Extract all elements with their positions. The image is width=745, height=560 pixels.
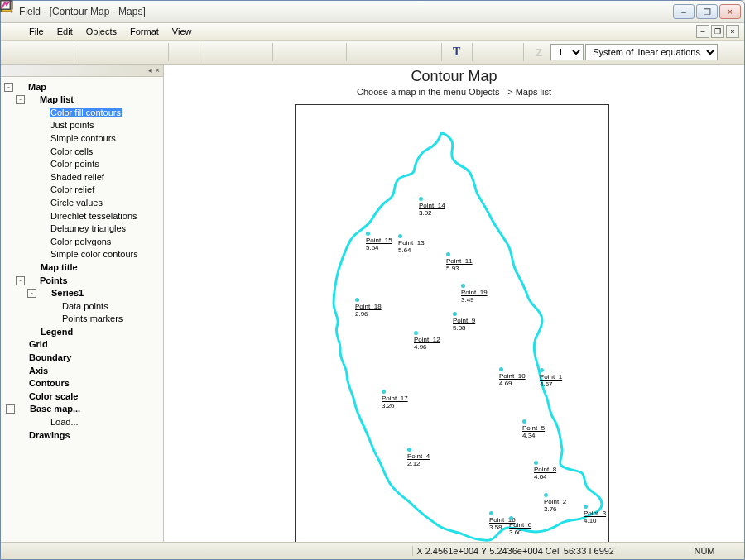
- separator: [523, 43, 524, 61]
- data-point[interactable]: Point_23.76: [544, 492, 566, 513]
- zoom-icon[interactable]: [352, 42, 372, 62]
- tree-item-direchlet[interactable]: Direchlet tesselations: [50, 211, 138, 221]
- data-point[interactable]: Point_143.92: [419, 196, 445, 217]
- tree-item-color-points[interactable]: Color points: [50, 159, 100, 169]
- layer-icon: [37, 121, 48, 131]
- tree-item-color-polygons[interactable]: Color polygons: [50, 237, 112, 246]
- grid-icon[interactable]: [204, 42, 224, 62]
- tree-toggle[interactable]: -: [4, 83, 13, 92]
- data-point[interactable]: Point_193.49: [461, 283, 488, 304]
- boundary-icon[interactable]: [226, 42, 246, 62]
- tree-load[interactable]: Load...: [50, 417, 79, 427]
- tree-drawings[interactable]: Drawings: [28, 430, 71, 440]
- save-icon[interactable]: [79, 42, 99, 62]
- globe-icon[interactable]: [300, 42, 320, 62]
- calculate-icon[interactable]: [719, 42, 739, 62]
- separator: [472, 43, 473, 61]
- layer-icon: [37, 146, 48, 156]
- data-point[interactable]: Point_124.96: [414, 330, 440, 351]
- tree-points[interactable]: Points: [39, 275, 69, 285]
- tree-toggle[interactable]: -: [16, 276, 25, 285]
- maximize-button[interactable]: ❐: [696, 4, 718, 19]
- tree-basemap[interactable]: Base map...: [29, 404, 81, 414]
- menu-format[interactable]: Format: [123, 25, 166, 38]
- pointer-icon[interactable]: [478, 42, 497, 62]
- data-point[interactable]: Point_63.60: [509, 515, 531, 536]
- data-point[interactable]: Point_34.10: [584, 504, 606, 524]
- tree-item-circle-values[interactable]: Circle values: [50, 198, 103, 208]
- layer-icon: [37, 250, 48, 260]
- grid-icon: [16, 340, 26, 350]
- tree-item-simple-contours[interactable]: Simple contours: [50, 133, 117, 143]
- refresh-icon[interactable]: [416, 42, 436, 62]
- tree-data-points[interactable]: Data points: [61, 301, 109, 311]
- menu-file[interactable]: File: [22, 25, 50, 38]
- tree-map-list[interactable]: Map list: [39, 94, 74, 104]
- close-button[interactable]: ×: [719, 4, 741, 19]
- print-icon[interactable]: [123, 42, 142, 62]
- tree-map-title[interactable]: Map title: [40, 262, 79, 272]
- sidebar-close-icon[interactable]: ×: [156, 66, 160, 74]
- tree-root[interactable]: Map: [27, 82, 47, 92]
- toolbar-dropdown-system[interactable]: System of linear equations: [585, 44, 718, 60]
- statusbar: X 2.4561e+004 Y 5.2436e+004 Cell 56:33 I…: [1, 542, 744, 559]
- separator: [346, 43, 347, 61]
- tree-color-scale[interactable]: Color scale: [28, 391, 79, 401]
- tree[interactable]: -Map -Map list Color fill contours Just …: [1, 77, 163, 542]
- save-all-icon[interactable]: [101, 42, 121, 62]
- tree-axis[interactable]: Axis: [28, 366, 49, 376]
- data-point[interactable]: Point_135.64: [398, 233, 425, 254]
- map3d-icon[interactable]: [278, 42, 298, 62]
- data-point[interactable]: Point_173.26: [382, 389, 408, 409]
- tree-item-color-cells[interactable]: Color cells: [50, 146, 94, 156]
- data-point[interactable]: Point_14.67: [540, 367, 562, 388]
- data-point[interactable]: Point_42.12: [407, 447, 430, 467]
- pin-icon[interactable]: ◂: [148, 66, 152, 74]
- data-point[interactable]: Point_54.34: [522, 419, 545, 439]
- mdi-close[interactable]: ×: [726, 25, 739, 38]
- data-point[interactable]: Point_115.93: [446, 251, 473, 272]
- forward-icon: [395, 42, 415, 62]
- menu-objects[interactable]: Objects: [79, 25, 123, 38]
- align-icon[interactable]: [248, 42, 267, 62]
- data-point[interactable]: Point_84.04: [534, 460, 556, 481]
- menubar: File Edit Objects Format View – ❐ ×: [1, 23, 744, 41]
- open-dropdown-icon[interactable]: [49, 42, 69, 62]
- load-icon: [37, 418, 48, 428]
- mdi-restore[interactable]: ❐: [711, 25, 724, 38]
- tree-boundary[interactable]: Boundary: [28, 352, 72, 362]
- contours-icon: [16, 379, 26, 389]
- tree-item-delauney[interactable]: Delauney triangles: [50, 223, 127, 233]
- tree-item-shaded[interactable]: Shaded relief: [50, 172, 105, 182]
- tree-item-color-fill[interactable]: Color fill contours: [50, 108, 122, 117]
- mdi-min[interactable]: –: [696, 25, 709, 38]
- tree-points-markers[interactable]: Points markers: [61, 314, 123, 323]
- tree-contours[interactable]: Contours: [28, 378, 70, 388]
- canvas[interactable]: Contour Map Choose a map in the menu Obj…: [164, 65, 744, 542]
- pointer-dropdown-icon[interactable]: [498, 42, 518, 62]
- tree-toggle[interactable]: -: [6, 404, 15, 414]
- new-icon[interactable]: [6, 42, 26, 62]
- plot-area[interactable]: Point_143.92Point_155.64Point_135.64Poin…: [295, 104, 609, 542]
- print-layout-icon[interactable]: [144, 42, 164, 62]
- data-point[interactable]: Point_95.08: [453, 311, 475, 332]
- copy-icon[interactable]: [174, 42, 194, 62]
- toolbar-dropdown-1[interactable]: 1: [550, 44, 584, 60]
- tree-item-simple-color-contours[interactable]: Simple color contours: [50, 249, 139, 259]
- data-point[interactable]: Point_104.69: [499, 366, 526, 387]
- text-icon[interactable]: T: [447, 42, 467, 62]
- tree-item-color-relief[interactable]: Color relief: [50, 184, 95, 194]
- minimize-button[interactable]: –: [673, 4, 695, 19]
- menu-view[interactable]: View: [166, 25, 199, 38]
- tree-toggle[interactable]: -: [27, 289, 36, 298]
- tree-toggle[interactable]: -: [16, 95, 25, 104]
- data-point[interactable]: Point_155.64: [366, 231, 392, 251]
- tree-legend[interactable]: Legend: [40, 327, 74, 337]
- tree-series1[interactable]: Series1: [50, 288, 84, 298]
- open-icon[interactable]: [27, 42, 47, 62]
- tree-grid[interactable]: Grid: [28, 339, 49, 349]
- map-icon: [15, 82, 26, 92]
- tree-item-just-points[interactable]: Just points: [50, 120, 95, 130]
- menu-edit[interactable]: Edit: [50, 25, 79, 38]
- data-point[interactable]: Point_182.96: [355, 297, 382, 318]
